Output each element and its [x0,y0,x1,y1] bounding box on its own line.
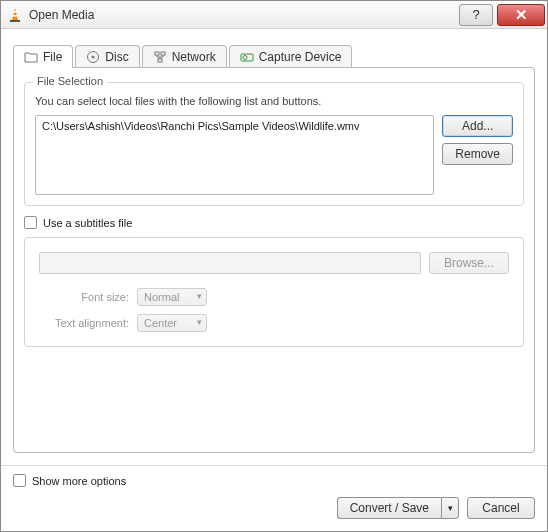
svg-rect-3 [10,20,20,22]
convert-save-split: Convert / Save ▾ [337,497,459,519]
add-button[interactable]: Add... [442,115,513,137]
convert-save-button[interactable]: Convert / Save [337,497,441,519]
titlebar: Open Media ? ✕ [1,1,547,29]
tab-label: Network [172,50,216,64]
folder-icon [24,50,38,64]
tab-label: Capture Device [259,50,342,64]
subtitles-path-input [39,252,421,274]
tab-label: Disc [105,50,128,64]
tab-panel-file: File Selection You can select local file… [13,67,535,453]
file-list-item[interactable]: C:\Users\Ashish\Videos\Ranchi Pics\Sampl… [42,120,427,132]
svg-rect-8 [158,59,162,62]
open-media-window: Open Media ? ✕ File Disc [0,0,548,532]
browse-button: Browse... [429,252,509,274]
show-more-label: Show more options [32,475,126,487]
svg-rect-7 [161,52,165,55]
svg-rect-2 [13,15,18,17]
svg-rect-1 [13,11,17,13]
window-title: Open Media [29,8,459,22]
text-alignment-label: Text alignment: [39,317,129,329]
dialog-content: File Disc Network Capture Device [1,29,547,465]
text-alignment-combo: Center [137,314,207,332]
file-list[interactable]: C:\Users\Ashish\Videos\Ranchi Pics\Sampl… [35,115,434,195]
cancel-button[interactable]: Cancel [467,497,535,519]
remove-button[interactable]: Remove [442,143,513,165]
file-selection-hint: You can select local files with the foll… [35,95,513,107]
footer: Show more options Convert / Save ▾ Cance… [1,465,547,531]
font-size-label: Font size: [39,291,129,303]
window-controls: ? ✕ [459,4,547,26]
svg-point-10 [243,56,247,60]
group-title: File Selection [33,75,107,87]
vlc-cone-icon [7,7,23,23]
subtitles-group: Browse... Font size: Normal Text alignme… [24,237,524,347]
capture-device-icon [240,50,254,64]
subtitles-checkbox-label: Use a subtitles file [43,217,132,229]
subtitles-checkbox-row: Use a subtitles file [24,216,524,229]
subtitles-checkbox[interactable] [24,216,37,229]
close-button[interactable]: ✕ [497,4,545,26]
show-more-checkbox[interactable] [13,474,26,487]
network-icon [153,50,167,64]
font-size-combo: Normal [137,288,207,306]
tab-file[interactable]: File [13,45,73,68]
tab-capture[interactable]: Capture Device [229,45,353,68]
help-button[interactable]: ? [459,4,493,26]
svg-marker-0 [12,8,18,20]
svg-point-5 [92,56,95,59]
tab-disc[interactable]: Disc [75,45,139,68]
disc-icon [86,50,100,64]
tab-label: File [43,50,62,64]
svg-rect-6 [155,52,159,55]
file-selection-group: File Selection You can select local file… [24,82,524,206]
convert-save-dropdown[interactable]: ▾ [441,497,459,519]
tab-strip: File Disc Network Capture Device [13,41,535,67]
tab-network[interactable]: Network [142,45,227,68]
